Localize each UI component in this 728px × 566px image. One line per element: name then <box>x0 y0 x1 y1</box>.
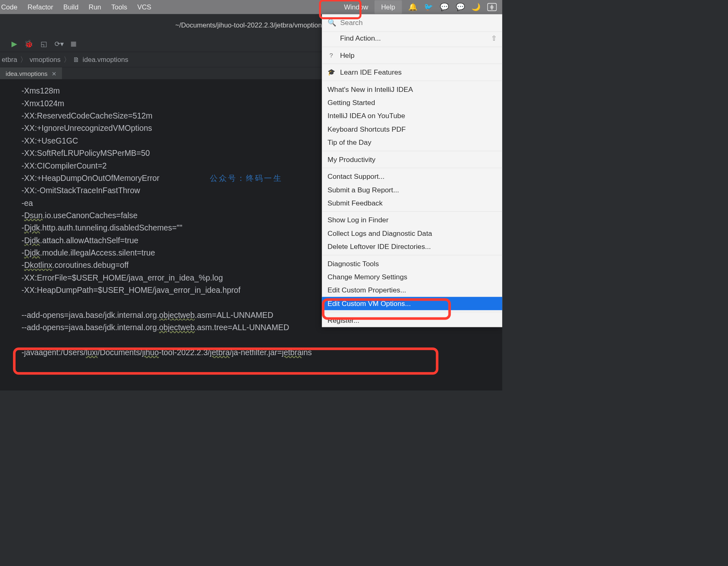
help-menu-item[interactable]: IntelliJ IDEA on YouTube <box>322 109 502 122</box>
help-search[interactable]: 🔍 <box>322 14 502 32</box>
menu-divider <box>322 64 502 64</box>
help-menu-item[interactable]: Submit Feedback <box>322 196 502 210</box>
menu-item-shortcut: ⇧ <box>491 34 497 42</box>
grid-icon[interactable]: ⋕ <box>487 3 497 11</box>
menubar-left: Code Refactor Build Run Tools VCS <box>0 3 151 11</box>
tab-label: idea.vmoptions <box>6 70 48 78</box>
crumb-file[interactable]: idea.vmoptions <box>83 56 128 64</box>
stop-icon[interactable] <box>71 41 76 46</box>
profile-icon[interactable]: ⟳▾ <box>55 40 64 48</box>
menu-item-label: What's New in IntelliJ IDEA <box>328 85 413 94</box>
menu-tools[interactable]: Tools <box>111 3 127 11</box>
help-menu-item[interactable]: Show Log in Finder <box>322 213 502 226</box>
help-menu-item[interactable]: Edit Custom VM Options... <box>322 297 502 310</box>
wechat-icon[interactable]: 💬 <box>440 3 449 11</box>
crumb-sep: 〉 <box>64 55 71 64</box>
menu-divider <box>322 312 502 312</box>
menu-item-label: Register... <box>328 316 359 324</box>
menu-item-label: Change Memory Settings <box>328 273 407 281</box>
menu-run[interactable]: Run <box>89 3 101 11</box>
menu-item-icon: 🎓 <box>328 68 335 76</box>
menu-divider <box>322 211 502 212</box>
file-icon: 🗎 <box>73 56 80 64</box>
menu-item-icon: ? <box>328 52 335 59</box>
help-menu-item[interactable]: Contact Support... <box>322 170 502 183</box>
help-search-input[interactable] <box>340 19 497 27</box>
menu-divider <box>322 81 502 81</box>
menu-item-label: Delete Leftover IDE Directories... <box>328 242 431 251</box>
menu-divider <box>322 151 502 151</box>
close-icon[interactable]: ✕ <box>52 70 57 77</box>
help-menu-item[interactable]: Register... <box>322 314 502 327</box>
bird-icon[interactable]: 🐦 <box>424 3 433 11</box>
help-menu-item[interactable]: Submit a Bug Report... <box>322 183 502 196</box>
coverage-icon[interactable]: ◱ <box>41 40 47 48</box>
help-menu-item[interactable]: My Productivity <box>322 153 502 166</box>
wechat2-icon[interactable]: 💬 <box>456 3 465 11</box>
editor-line: -javaagent:/Users/luxi/Documents/jihuo-t… <box>21 347 502 359</box>
menu-build[interactable]: Build <box>64 3 79 11</box>
crumb-etbra[interactable]: etbra <box>2 56 17 64</box>
menu-item-label: Submit Feedback <box>328 199 382 207</box>
help-menu-item[interactable]: Getting Started <box>322 96 502 109</box>
help-menu-item[interactable]: Keyboard Shortcuts PDF <box>322 123 502 136</box>
menu-item-label: Getting Started <box>328 98 375 107</box>
menu-item-label: Help <box>340 51 354 59</box>
menu-item-label: Show Log in Finder <box>328 216 389 224</box>
menubar: Code Refactor Build Run Tools VCS Window… <box>0 0 502 14</box>
help-menu-item[interactable]: Change Memory Settings <box>322 270 502 283</box>
bell-icon[interactable]: 🔔 <box>408 3 417 11</box>
moon-icon[interactable]: 🌙 <box>471 3 480 11</box>
menubar-right: Window Help 🔔 🐦 💬 💬 🌙 ⋕ <box>344 0 502 14</box>
help-menu-item[interactable]: Find Action...⇧ <box>322 32 502 45</box>
menu-item-label: Edit Custom Properties... <box>328 286 406 294</box>
help-menu-item[interactable]: Collect Logs and Diagnostic Data <box>322 227 502 240</box>
menu-item-label: My Productivity <box>328 155 375 164</box>
help-menu-item[interactable]: ?Help <box>322 49 502 62</box>
help-menu-item[interactable]: Delete Leftover IDE Directories... <box>322 240 502 253</box>
help-menu-item[interactable]: 🎓Learn IDE Features <box>322 66 502 79</box>
menu-item-label: Contact Support... <box>328 172 384 180</box>
help-menu-item[interactable]: Edit Custom Properties... <box>322 283 502 297</box>
menu-item-label: Tip of the Day <box>328 138 371 146</box>
tab-idea-vmoptions[interactable]: idea.vmoptions ✕ <box>0 67 62 79</box>
crumb-vmoptions[interactable]: vmoptions <box>30 56 60 64</box>
menu-divider <box>322 168 502 168</box>
crumb-sep: 〉 <box>20 55 27 64</box>
menu-code[interactable]: Code <box>1 3 18 11</box>
help-menu-item[interactable]: Diagnostic Tools <box>322 257 502 270</box>
menu-item-label: Learn IDE Features <box>340 68 402 76</box>
system-tray: 🔔 🐦 💬 💬 🌙 ⋕ <box>408 3 497 11</box>
menu-item-label: Collect Logs and Diagnostic Data <box>328 229 432 237</box>
menu-item-label: Edit Custom VM Options... <box>328 299 411 308</box>
menu-item-label: Find Action... <box>340 34 381 42</box>
menu-item-label: Diagnostic Tools <box>328 260 379 268</box>
help-menu-item[interactable]: What's New in IntelliJ IDEA <box>322 82 502 96</box>
menu-vcs[interactable]: VCS <box>137 3 151 11</box>
watermark: 公众号：终码一生 <box>210 172 282 185</box>
menu-item-label: IntelliJ IDEA on YouTube <box>328 112 405 120</box>
menu-item-label: Submit a Bug Report... <box>328 186 399 194</box>
menu-divider <box>322 255 502 256</box>
debug-icon[interactable]: 🐞 <box>24 40 33 48</box>
menu-window[interactable]: Window <box>344 3 368 11</box>
title-path-text: ~/Documents/jihuo-tool-2022.2.3/jetbra/v… <box>175 21 327 29</box>
run-icon[interactable]: ▶ <box>11 40 17 48</box>
menu-refactor[interactable]: Refactor <box>27 3 53 11</box>
menu-divider <box>322 47 502 47</box>
help-menu: 🔍 Find Action...⇧?Help🎓Learn IDE Feature… <box>322 14 502 327</box>
help-menu-item[interactable]: Tip of the Day <box>322 136 502 149</box>
menu-help[interactable]: Help <box>374 0 402 14</box>
search-icon: 🔍 <box>328 19 336 27</box>
menu-item-label: Keyboard Shortcuts PDF <box>328 125 406 133</box>
